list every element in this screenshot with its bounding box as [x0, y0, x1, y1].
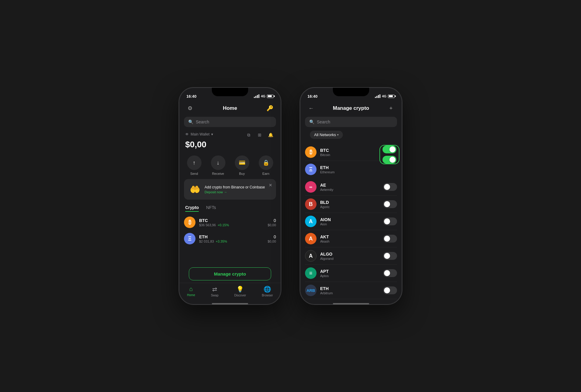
bld-icon: B: [305, 198, 317, 210]
buy-button[interactable]: 💳 Buy: [235, 155, 249, 175]
manage-list: ₿ BTC Bitcoin Ξ ETH Ethereum ∞: [300, 144, 402, 302]
battery: [267, 95, 274, 98]
btc-change: +0.15%: [218, 223, 229, 227]
scan-icon[interactable]: ⊞: [255, 131, 264, 139]
btc-toggle[interactable]: [382, 145, 396, 153]
send-button[interactable]: ↑ Send: [187, 155, 202, 175]
manage-search-bar[interactable]: 🔍 Search: [305, 117, 397, 127]
network-filter-arrow: ▾: [337, 133, 339, 136]
manage-title: Manage crypto: [333, 105, 369, 111]
wallet-section: 👁 Main Wallet ▾ ⧉ ⊞ 🔔 $0,00: [179, 129, 281, 155]
manage-item-ae[interactable]: ∞ AE Aeternity: [305, 178, 397, 196]
banner-close-icon[interactable]: ✕: [269, 183, 272, 188]
manage-item-aurora[interactable]: ▲ ETH Aurora: [305, 299, 397, 302]
akt-toggle[interactable]: [383, 235, 397, 243]
manage-item-bld[interactable]: B BLD Agoric: [305, 196, 397, 213]
notch: [212, 88, 248, 96]
discover-nav-label: Discover: [234, 294, 246, 297]
ae-symbol: AE: [320, 183, 379, 188]
crypto-item-btc[interactable]: ₿ BTC $36 563,96 +0.15% 0 $0,00: [184, 214, 276, 230]
signal-bar-2-1: [375, 97, 376, 98]
status-time-2: 16:40: [307, 94, 317, 99]
eth-change: +3.35%: [216, 240, 227, 243]
home-indicator: [212, 303, 248, 304]
wallet-key-icon[interactable]: 🔑: [265, 103, 275, 113]
buy-icon: 💳: [235, 155, 249, 170]
algo-toggle[interactable]: [383, 252, 397, 260]
deposit-link[interactable]: Deposit now →: [205, 190, 272, 194]
manage-item-akt[interactable]: A AKT Akash: [305, 230, 397, 247]
eth-balance: 0: [268, 234, 276, 239]
algo-info: ALGO Algorand: [320, 252, 379, 260]
tab-nfts[interactable]: NFTs: [206, 203, 216, 212]
aion-toggle[interactable]: [383, 217, 397, 225]
bell-icon[interactable]: 🔔: [266, 131, 275, 139]
apt-toggle[interactable]: [383, 269, 397, 277]
ae-info: AE Aeternity: [320, 183, 379, 191]
manage-item-apt[interactable]: ≡ APT Aptos: [305, 265, 397, 282]
crypto-item-eth[interactable]: Ξ ETH $2 031,83 +3.35% 0 $0,00: [184, 230, 276, 247]
eth-manage-symbol: ETH: [320, 165, 379, 170]
home-indicator-2: [333, 303, 369, 304]
bld-toggle[interactable]: [383, 200, 397, 208]
add-icon[interactable]: +: [386, 103, 396, 113]
eth-symbol: ETH: [199, 234, 264, 239]
ae-icon: ∞: [305, 181, 317, 193]
nav-swap[interactable]: ⇄ Swap: [211, 286, 218, 297]
network-filter[interactable]: All Networks ▾: [310, 131, 343, 139]
btc-price-row: $36 563,96 +0.15%: [199, 223, 264, 227]
arb-icon: ARB: [305, 285, 317, 296]
manage-item-arbitrum[interactable]: ARB ETH Arbitrum: [305, 282, 397, 299]
akt-knob: [384, 236, 390, 242]
arb-knob: [384, 287, 390, 293]
algo-name: Algorand: [320, 257, 379, 260]
eth-toggle[interactable]: [382, 156, 396, 164]
aion-knob: [384, 218, 390, 224]
apt-icon: ≡: [305, 267, 317, 279]
network-label: 4G: [261, 94, 265, 98]
wallet-actions: ⧉ ⊞ 🔔: [245, 131, 275, 139]
btc-balance: 0: [268, 218, 276, 223]
nav-browser[interactable]: 🌐 Browser: [262, 286, 273, 297]
search-placeholder: Search: [196, 119, 209, 124]
eth-usd: $0,00: [268, 240, 276, 243]
receive-button[interactable]: ↓ Receive: [211, 155, 225, 175]
arb-symbol: ETH: [320, 286, 379, 291]
manage-item-algo[interactable]: A ALGO Algorand: [305, 247, 397, 265]
back-icon[interactable]: ←: [306, 103, 316, 113]
wallet-label[interactable]: 👁 Main Wallet ▾: [185, 132, 213, 136]
settings-icon[interactable]: ⚙: [185, 103, 195, 113]
earn-button[interactable]: 🔒 Earn: [259, 155, 273, 175]
btc-price: $36 563,96: [199, 223, 216, 227]
copy-icon[interactable]: ⧉: [245, 131, 253, 139]
manage-crypto-button[interactable]: Manage crypto: [189, 267, 271, 280]
btc-manage-icon: ₿: [305, 146, 317, 158]
banner-text: Add crypto from Binance or Coinbase Depo…: [205, 185, 272, 194]
earn-icon: 🔒: [259, 155, 273, 170]
tab-crypto-label: Crypto: [185, 205, 199, 210]
home-title: Home: [223, 105, 237, 111]
signal-bar-2-3: [378, 95, 379, 98]
search-bar[interactable]: 🔍 Search: [184, 117, 276, 127]
eth-toggle-knob: [389, 157, 396, 163]
algo-symbol: ALGO: [320, 252, 379, 256]
eth-price-row: $2 031,83 +3.35%: [199, 240, 264, 243]
nav-home[interactable]: ⌂ Home: [187, 286, 195, 297]
tab-crypto[interactable]: Crypto: [185, 203, 199, 212]
eth-icon: Ξ: [184, 233, 195, 244]
network-label-2: 4G: [382, 94, 386, 98]
status-icons-2: 4G: [375, 94, 395, 98]
nav-discover[interactable]: 💡 Discover: [234, 286, 246, 297]
arb-info: ETH Arbitrum: [320, 286, 379, 295]
ae-knob: [384, 184, 390, 190]
manage-item-aion[interactable]: A AION Aion: [305, 213, 397, 230]
deposit-banner: 🤲 Add crypto from Binance or Coinbase De…: [184, 179, 276, 200]
tab-nfts-label: NFTs: [206, 205, 216, 210]
eth-amount: 0 $0,00: [268, 234, 276, 243]
ae-toggle[interactable]: [383, 183, 397, 191]
action-buttons: ↑ Send ↓ Receive 💳 Buy 🔒 Earn: [179, 155, 281, 175]
akt-icon: A: [305, 233, 317, 244]
home-nav-label: Home: [187, 293, 195, 297]
arb-toggle[interactable]: [383, 286, 397, 294]
aion-symbol: AION: [320, 217, 379, 222]
